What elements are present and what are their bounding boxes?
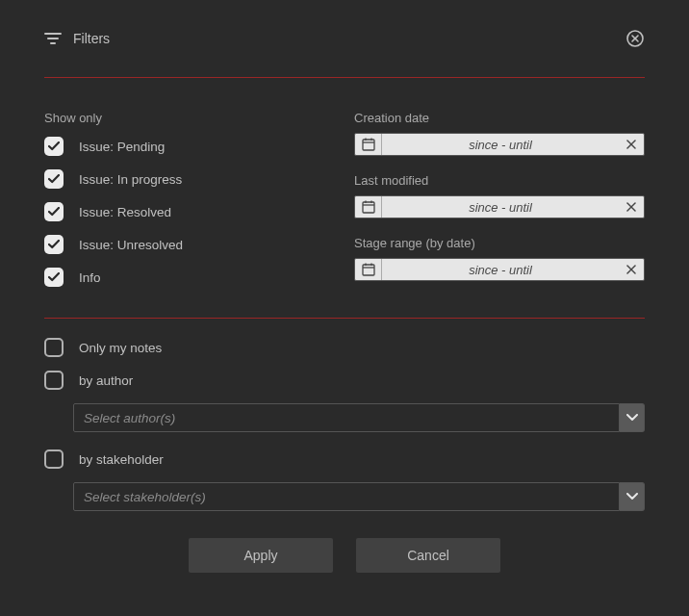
author-select-toggle[interactable] bbox=[620, 403, 645, 432]
checkbox-label: Issue: In progress bbox=[79, 172, 182, 187]
close-button[interactable] bbox=[625, 29, 645, 48]
calendar-icon bbox=[355, 134, 382, 155]
last-modified-field[interactable]: since - until bbox=[354, 195, 645, 218]
clear-date-button[interactable] bbox=[619, 134, 644, 155]
date-placeholder: since - until bbox=[382, 263, 619, 277]
checkbox-issue-in-progress[interactable]: Issue: In progress bbox=[44, 169, 354, 189]
author-select-wrap: Select author(s) bbox=[73, 403, 645, 432]
date-label: Creation date bbox=[354, 111, 645, 125]
filters-dialog: Filters Show only Issue: Pending Issue: … bbox=[0, 0, 689, 602]
checkbox-label: by author bbox=[79, 373, 133, 388]
svg-rect-6 bbox=[363, 140, 374, 150]
select-placeholder: Select author(s) bbox=[84, 411, 175, 425]
checkbox-info[interactable]: Info bbox=[44, 268, 354, 287]
show-only-label: Show only bbox=[44, 111, 354, 125]
check-icon bbox=[48, 141, 60, 151]
date-placeholder: since - until bbox=[382, 138, 619, 152]
stakeholder-select[interactable]: Select stakeholder(s) bbox=[73, 482, 620, 511]
checkbox-issue-resolved[interactable]: Issue: Resolved bbox=[44, 202, 354, 221]
checkbox-label: by stakeholder bbox=[79, 452, 164, 467]
date-label: Stage range (by date) bbox=[354, 236, 645, 250]
checkbox-input[interactable] bbox=[44, 371, 64, 390]
creation-date-field[interactable]: since - until bbox=[354, 133, 645, 156]
checkbox-by-author[interactable]: by author bbox=[44, 371, 645, 390]
calendar-icon bbox=[355, 259, 382, 280]
checkbox-label: Only my notes bbox=[79, 341, 162, 355]
chevron-down-icon bbox=[626, 493, 638, 500]
title-wrap: Filters bbox=[44, 31, 110, 46]
filter-icon bbox=[44, 32, 62, 45]
date-filters-column: Creation date since - until Last modifie… bbox=[354, 111, 645, 300]
select-placeholder: Select stakeholder(s) bbox=[84, 490, 206, 504]
clear-date-button[interactable] bbox=[619, 259, 644, 280]
check-icon bbox=[48, 174, 60, 184]
x-icon bbox=[626, 202, 636, 212]
checkbox-input[interactable] bbox=[44, 268, 64, 287]
checkbox-input[interactable] bbox=[44, 202, 64, 221]
checkbox-input[interactable] bbox=[44, 169, 64, 189]
stage-range-field[interactable]: since - until bbox=[354, 258, 645, 281]
svg-rect-12 bbox=[363, 202, 374, 213]
checkbox-issue-pending[interactable]: Issue: Pending bbox=[44, 137, 354, 156]
button-row: Apply Cancel bbox=[44, 538, 645, 573]
lower-section: Only my notes by author Select author(s)… bbox=[44, 338, 645, 511]
author-select[interactable]: Select author(s) bbox=[73, 403, 620, 432]
apply-button[interactable]: Apply bbox=[189, 538, 333, 573]
stakeholder-select-toggle[interactable] bbox=[620, 482, 645, 511]
clear-date-button[interactable] bbox=[619, 196, 644, 218]
stakeholder-select-wrap: Select stakeholder(s) bbox=[73, 482, 645, 511]
cancel-button[interactable]: Cancel bbox=[356, 538, 500, 573]
date-placeholder: since - until bbox=[382, 200, 619, 215]
divider bbox=[44, 318, 645, 319]
divider bbox=[44, 77, 645, 78]
dialog-title: Filters bbox=[73, 31, 110, 46]
last-modified-group: Last modified since - until bbox=[354, 173, 645, 218]
checkbox-by-stakeholder[interactable]: by stakeholder bbox=[44, 449, 645, 469]
svg-rect-18 bbox=[363, 265, 374, 275]
checkbox-only-my-notes[interactable]: Only my notes bbox=[44, 338, 645, 357]
checkbox-label: Info bbox=[79, 270, 101, 285]
creation-date-group: Creation date since - until bbox=[354, 111, 645, 156]
x-icon bbox=[626, 140, 636, 149]
checkbox-label: Issue: Pending bbox=[79, 140, 165, 154]
checkbox-issue-unresolved[interactable]: Issue: Unresolved bbox=[44, 235, 354, 254]
dialog-header: Filters bbox=[44, 29, 645, 48]
checkbox-input[interactable] bbox=[44, 449, 64, 469]
checkbox-input[interactable] bbox=[44, 235, 64, 254]
close-icon bbox=[626, 30, 644, 47]
date-label: Last modified bbox=[354, 173, 645, 188]
stage-range-group: Stage range (by date) since - until bbox=[354, 236, 645, 281]
calendar-icon bbox=[355, 196, 382, 218]
checkbox-input[interactable] bbox=[44, 338, 64, 357]
show-only-column: Show only Issue: Pending Issue: In progr… bbox=[44, 111, 354, 300]
check-icon bbox=[48, 207, 60, 217]
x-icon bbox=[626, 265, 636, 274]
checkbox-input[interactable] bbox=[44, 137, 64, 156]
main-columns: Show only Issue: Pending Issue: In progr… bbox=[44, 111, 645, 300]
chevron-down-icon bbox=[626, 414, 638, 422]
checkbox-label: Issue: Resolved bbox=[79, 205, 171, 219]
check-icon bbox=[48, 240, 60, 249]
check-icon bbox=[48, 272, 60, 282]
checkbox-label: Issue: Unresolved bbox=[79, 238, 183, 252]
